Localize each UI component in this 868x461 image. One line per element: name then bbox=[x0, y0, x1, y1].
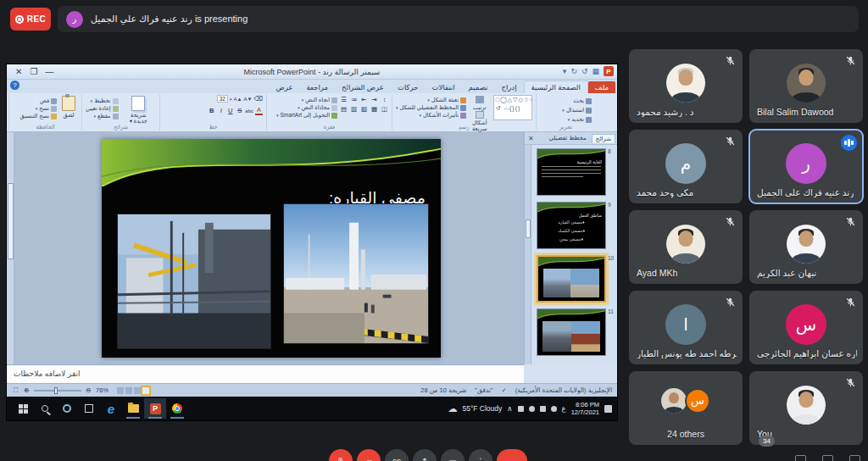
chat-panel-icon[interactable] bbox=[795, 455, 806, 461]
tab-slideshow[interactable]: عرض الشرائح bbox=[335, 81, 391, 93]
slide-photo-refinery-right[interactable] bbox=[283, 203, 429, 344]
more-options-button[interactable]: ⋮ bbox=[469, 449, 492, 461]
paste-button[interactable]: لصق bbox=[59, 95, 78, 119]
align-center-button[interactable]: ▥ bbox=[350, 105, 358, 113]
people-panel-icon[interactable] bbox=[822, 455, 833, 461]
copy-button[interactable]: نسخ▾ bbox=[20, 105, 58, 112]
volume-tray-icon[interactable] bbox=[551, 406, 557, 412]
text-direction-button[interactable]: اتجاه النص▾ bbox=[276, 97, 337, 103]
zoom-in-icon[interactable]: ⊕ bbox=[23, 386, 31, 394]
font-size-box[interactable]: 32 bbox=[217, 95, 228, 103]
slide-thumbnail-8[interactable]: 8 الغاية الرئيسية bbox=[533, 148, 615, 196]
reset-button[interactable]: إعادة تعيين bbox=[86, 105, 119, 112]
participant-tile[interactable]: س ساره عسان ابراهيم الجائرجي bbox=[749, 291, 863, 364]
arrange-button[interactable]: ترتيب bbox=[469, 96, 491, 110]
tab-animations[interactable]: حركات bbox=[391, 81, 426, 93]
weather-cloud-icon[interactable]: ☁ bbox=[448, 403, 457, 414]
pen-tray-icon[interactable] bbox=[518, 406, 524, 412]
cortana-button[interactable] bbox=[56, 398, 78, 419]
shape-fill-button[interactable]: تعبئة الشكل▾ bbox=[396, 97, 466, 103]
shape-effects-button[interactable]: تأثيرات الأشكال▾ bbox=[396, 112, 466, 119]
undo-icon[interactable]: ↺ bbox=[581, 67, 588, 75]
leave-call-button[interactable] bbox=[497, 449, 527, 461]
redo-icon[interactable]: ↻ bbox=[570, 67, 577, 75]
slide-photo-refinery-left[interactable] bbox=[117, 214, 271, 349]
indent-less-button[interactable]: ⇤ bbox=[360, 96, 368, 103]
grow-font-button[interactable]: A▲ bbox=[233, 97, 242, 102]
bullets-button[interactable]: ☰ bbox=[340, 96, 348, 103]
shrink-font-button[interactable]: A▼ bbox=[243, 97, 252, 102]
taskbar-search-button[interactable] bbox=[34, 398, 56, 419]
line-spacing-button[interactable]: ↕ bbox=[381, 96, 388, 103]
justify-button[interactable]: ▦ bbox=[370, 105, 378, 113]
panel-scrollbar[interactable] bbox=[525, 145, 531, 364]
tab-review[interactable]: مراجعة bbox=[300, 81, 336, 93]
participant-tile[interactable]: م مكي وحد محمد bbox=[629, 130, 743, 203]
cut-button[interactable]: قص bbox=[20, 97, 58, 104]
tray-expand-icon[interactable]: ∧ bbox=[507, 404, 512, 413]
select-button[interactable]: تحديد▾ bbox=[562, 116, 592, 123]
recording-button[interactable]: REC bbox=[10, 8, 51, 31]
bold-button[interactable]: B bbox=[208, 107, 215, 114]
participant-tile[interactable]: ا ا.مرطه احمد طه يونس الطيار bbox=[629, 291, 743, 364]
shadow-button[interactable]: abc bbox=[245, 108, 253, 114]
layout-button[interactable]: تخطيط▾ bbox=[86, 97, 119, 104]
replace-button[interactable]: استبدال▾ bbox=[562, 107, 592, 114]
format-painter-button[interactable]: نسخ التنسيق bbox=[20, 113, 58, 119]
new-slide-button[interactable]: شريحة جديدة ▾ bbox=[121, 95, 156, 125]
numbering-button[interactable]: ≔ bbox=[350, 96, 358, 103]
chrome-button[interactable] bbox=[166, 398, 188, 419]
mic-tray-icon[interactable] bbox=[529, 406, 535, 412]
find-button[interactable]: بحث bbox=[562, 97, 592, 104]
participant-tile-active-speaker[interactable]: ر رند عنيه فراك علي الجميل bbox=[749, 130, 863, 203]
view-switcher[interactable] bbox=[117, 387, 149, 394]
language-status[interactable]: الإنجليزية (الولايات المتحدة الأمريكية) bbox=[515, 386, 612, 394]
weather-text[interactable]: 55°F Cloudy bbox=[462, 404, 502, 413]
align-left-button[interactable]: ▧ bbox=[360, 105, 368, 113]
slide-thumbnail-11[interactable]: 11 bbox=[533, 308, 615, 356]
align-right-button[interactable]: ▤ bbox=[340, 105, 348, 113]
zoom-slider[interactable] bbox=[34, 390, 81, 392]
qat-dropdown-icon[interactable]: ▾ bbox=[563, 67, 567, 75]
shapes-gallery[interactable]: □◯△▽◇☆⬭〼↺ ⌒{}() bbox=[493, 95, 532, 120]
participant-tile[interactable]: Ayad MKh bbox=[629, 210, 743, 284]
participant-tile[interactable]: Bilal Salim Dawood bbox=[749, 49, 863, 123]
captions-button[interactable]: cc bbox=[385, 449, 409, 461]
notes-pane[interactable]: انقر لاضافه ملاحظات bbox=[7, 364, 524, 383]
language-indicator[interactable]: ع bbox=[562, 404, 566, 413]
edge-button[interactable]: e bbox=[100, 398, 122, 419]
more-participants-tile[interactable]: س 24 others bbox=[629, 371, 743, 445]
powerpoint-taskbar-button[interactable]: P bbox=[144, 398, 166, 419]
self-tile[interactable]: You bbox=[749, 371, 863, 445]
raise-hand-button[interactable]: ↥ bbox=[413, 449, 437, 461]
help-icon[interactable]: ? bbox=[10, 81, 19, 90]
slide-canvas[interactable]: مصفى القياره: bbox=[102, 139, 441, 358]
tab-insert[interactable]: إدراج bbox=[494, 81, 523, 93]
clear-format-icon[interactable]: ⌫ bbox=[253, 95, 263, 103]
tab-view[interactable]: عرض bbox=[269, 81, 299, 93]
file-explorer-button[interactable] bbox=[122, 398, 144, 419]
participant-tile[interactable]: د . رشيد محمود bbox=[629, 49, 743, 123]
strike-button[interactable]: S bbox=[236, 107, 243, 114]
fit-to-window-icon[interactable]: ⛶ bbox=[12, 386, 19, 395]
underline-button[interactable]: U bbox=[226, 107, 234, 114]
taskbar-clock[interactable]: 8:06 PM12/7/2021 bbox=[571, 401, 599, 417]
task-view-button[interactable] bbox=[78, 398, 100, 419]
slide-thumbnail-10-selected[interactable]: 10 bbox=[533, 255, 615, 303]
section-button[interactable]: مقطع▾ bbox=[86, 113, 119, 119]
present-screen-button[interactable]: ▭ bbox=[441, 449, 465, 461]
font-color-button[interactable]: A bbox=[255, 106, 263, 115]
panel-tab-slides[interactable]: شرائح bbox=[592, 134, 615, 143]
participant-tile[interactable]: نبهان عبد الكريم bbox=[749, 210, 863, 284]
zoom-out-icon[interactable]: ⊖ bbox=[85, 386, 92, 394]
action-center-icon[interactable] bbox=[604, 405, 612, 413]
editor-scrollbar[interactable] bbox=[7, 132, 14, 364]
save-icon[interactable]: ▦ bbox=[592, 67, 599, 75]
tab-design[interactable]: تصميم bbox=[462, 81, 495, 93]
network-tray-icon[interactable] bbox=[540, 406, 546, 412]
spellcheck-icon[interactable]: ✓ bbox=[502, 386, 507, 394]
columns-button[interactable]: ◫ bbox=[381, 105, 388, 113]
panel-close-button[interactable]: ✕ bbox=[526, 135, 536, 142]
shape-outline-button[interactable]: المخطط التفصيلي للشكل▾ bbox=[396, 104, 466, 111]
tab-transitions[interactable]: انتقالات bbox=[425, 81, 461, 93]
